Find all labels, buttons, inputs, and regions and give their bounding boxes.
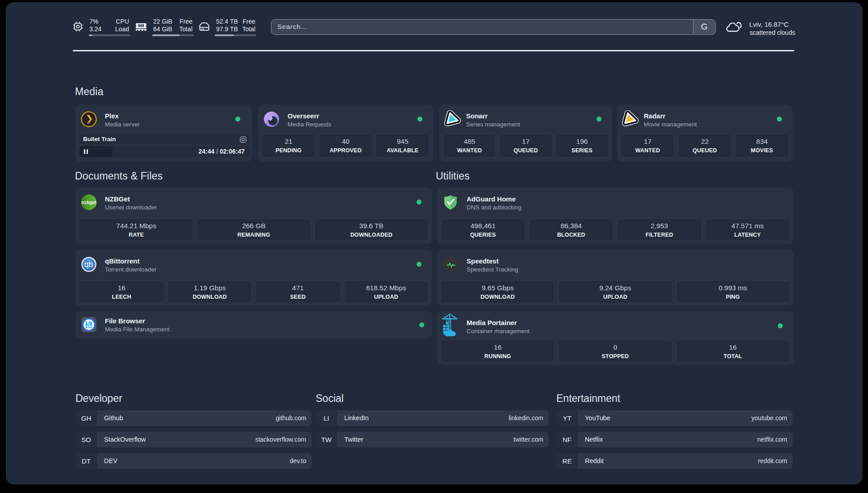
svg-text:nzbget: nzbget bbox=[82, 200, 96, 205]
svg-text:qb: qb bbox=[84, 260, 93, 269]
